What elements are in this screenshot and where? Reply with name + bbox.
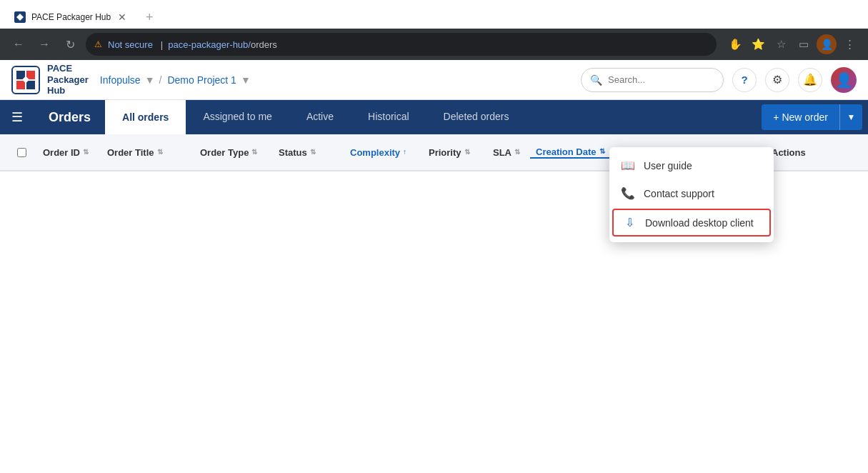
close-button[interactable]: ✕ [829,6,862,29]
notifications-button[interactable]: 🔔 [798,68,822,92]
maximize-button[interactable]: □ [797,6,829,29]
search-input[interactable] [608,74,728,85]
column-priority[interactable]: Priority ⇅ [423,147,487,158]
new-tab-button[interactable]: + [139,7,159,27]
browser-nav-icons: ✋ ⭐ ☆ ▭ 👤 ⋮ [725,34,859,54]
browser-tab-bar: PACE Packager Hub ✕ + – □ ✕ [0,0,868,29]
breadcrumb-chevron2: ▼ [241,74,251,86]
sort-icon-creation-date: ⇅ [599,148,605,155]
search-box[interactable]: 🔍 [581,68,724,92]
tab-favicon-icon [14,11,26,23]
column-order-type[interactable]: Order Type ⇅ [194,147,273,158]
tab-assigned-to-me[interactable]: Assigned to me [186,100,289,134]
help-dropdown-menu: 📖 User guide 📞 Contact support ⇩ Downloa… [609,147,774,242]
security-warning-icon: ⚠ [94,39,102,49]
tabs-navigation: ☰ Orders All orders Assigned to me Activ… [0,100,868,134]
org-name[interactable]: Infopulse [100,74,141,86]
tab-all-orders[interactable]: All orders [105,100,186,134]
breadcrumb-sep: / [159,74,162,86]
bookmark-icon[interactable]: ☆ [771,34,791,54]
address-path: orders [251,39,277,50]
dropdown-item-download-desktop[interactable]: ⇩ Download desktop client [612,209,771,236]
forward-button[interactable]: → [34,34,54,54]
page-title: Orders [34,100,105,134]
dropdown-chevron-icon: ▼ [847,112,856,122]
tab-active[interactable]: Active [289,100,351,134]
app-header: PACE Packager Hub Infopulse ▼ / Demo Pro… [0,60,868,100]
column-actions: Actions [766,147,823,158]
window-controls: – □ ✕ [764,6,862,29]
browser-menu-icon[interactable]: ⋮ [839,34,859,54]
hamburger-menu-button[interactable]: ☰ [0,100,34,134]
browser-nav-bar: ← → ↻ ⚠ Not secure | pace-packager-hub/o… [0,29,868,60]
column-order-title[interactable]: Order Title ⇅ [101,147,194,158]
new-order-area: + New order ▼ [762,100,868,134]
sort-icon-sla: ⇅ [514,149,520,156]
select-all-checkbox[interactable] [6,148,37,157]
dropdown-item-contact-support[interactable]: 📞 Contact support [609,179,774,207]
tab-deleted-orders[interactable]: Deleted orders [426,100,527,134]
translate-icon[interactable]: ✋ [725,34,745,54]
sort-icon-complexity: ↑ [403,149,406,156]
project-name[interactable]: Demo Project 1 [167,74,236,86]
breadcrumb-chevron1: ▼ [145,74,155,86]
browser-chrome: PACE Packager Hub ✕ + – □ ✕ ← → ↻ ⚠ Not … [0,0,868,60]
book-icon: 📖 [621,159,635,172]
user-avatar[interactable]: 👤 [831,67,857,93]
column-complexity[interactable]: Complexity ↑ [344,147,423,158]
header-search-area: 🔍 ? ⚙ 🔔 👤 [581,67,857,93]
not-secure-label: Not secure [108,39,153,50]
logo-text: PACE Packager Hub [47,63,89,96]
help-button[interactable]: ? [732,68,757,92]
column-sla[interactable]: SLA ⇅ [487,147,530,158]
browser-tab[interactable]: PACE Packager Hub ✕ [6,6,136,29]
search-icon: 🔍 [590,74,602,86]
phone-icon: 📞 [621,186,635,200]
address-domain: pace-packager-hub/ [168,39,251,50]
new-order-wrapper: + New order ▼ [762,104,862,130]
minimize-button[interactable]: – [764,6,797,29]
sort-icon-order-title: ⇅ [157,149,163,156]
sort-icon-order-id: ⇅ [83,149,89,156]
sort-icon-priority: ⇅ [464,149,470,156]
browser-profile-avatar[interactable]: 👤 [817,34,837,54]
tab-close-button[interactable]: ✕ [116,11,128,23]
save-icon[interactable]: ⭐ [748,34,768,54]
settings-button[interactable]: ⚙ [765,68,789,92]
breadcrumb: Infopulse ▼ / Demo Project 1 ▼ [100,74,252,86]
checkbox-input[interactable] [17,148,26,157]
address-text: Not secure | pace-packager-hub/orders [108,39,277,50]
refresh-button[interactable]: ↻ [60,34,80,54]
dropdown-item-user-guide[interactable]: 📖 User guide [609,151,774,179]
tab-title: PACE Packager Hub [31,12,111,22]
new-order-label: + New order [773,111,828,123]
sort-icon-order-type: ⇅ [251,149,257,156]
column-order-id[interactable]: Order ID ⇅ [37,147,101,158]
address-bar[interactable]: ⚠ Not secure | pace-packager-hub/orders [86,33,717,56]
column-status[interactable]: Status ⇅ [273,147,344,158]
profile-manager-icon[interactable]: ▭ [794,34,814,54]
back-button[interactable]: ← [9,34,29,54]
logo-box [11,66,40,94]
new-order-dropdown-button[interactable]: ▼ [839,104,862,130]
new-order-button[interactable]: + New order [762,104,839,130]
download-icon: ⇩ [622,216,637,229]
logo-area: PACE Packager Hub [11,63,89,96]
tab-historical[interactable]: Historical [351,100,426,134]
sort-icon-status: ⇅ [310,149,316,156]
